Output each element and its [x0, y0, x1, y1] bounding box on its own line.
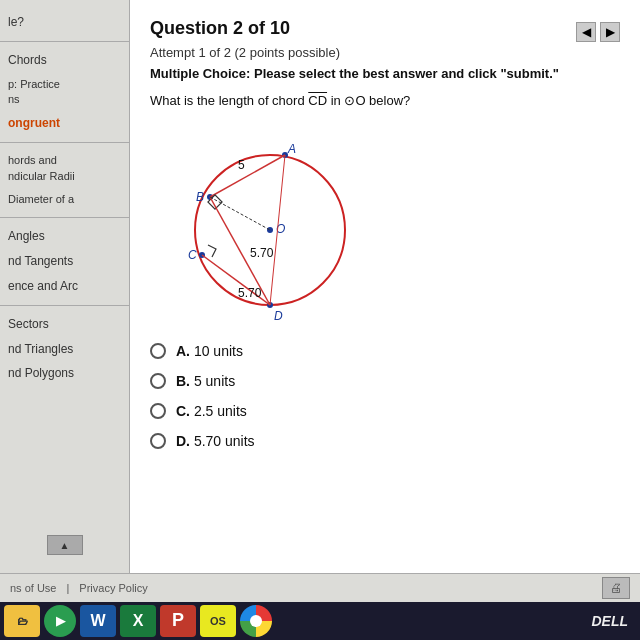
taskbar-media-button[interactable]: ▶ — [44, 605, 76, 637]
radio-b[interactable] — [150, 373, 166, 389]
svg-text:5.70: 5.70 — [238, 286, 262, 300]
svg-text:5.70: 5.70 — [250, 246, 274, 260]
svg-text:B: B — [196, 190, 204, 204]
scroll-up-button[interactable]: ▲ — [47, 535, 83, 555]
circle-diagram: O A B C D 5 5.70 — [160, 125, 380, 325]
svg-text:A: A — [287, 142, 296, 156]
sidebar-item-chords[interactable]: Chords — [0, 48, 129, 73]
sidebar-item-chords-radii[interactable]: hords andndicular Radii — [0, 149, 129, 188]
radio-d[interactable] — [150, 433, 166, 449]
terms-link[interactable]: ns of Use — [10, 582, 56, 594]
question-text: What is the length of chord CD in ⊙O bel… — [150, 91, 576, 111]
main-content: Question 2 of 10 Attempt 1 of 2 (2 point… — [130, 0, 640, 573]
sidebar-item-practice[interactable]: p: Practicens — [0, 73, 129, 112]
choice-d[interactable]: D. 5.70 units — [150, 433, 620, 449]
nav-forward-arrow[interactable]: ▶ — [600, 22, 620, 42]
sidebar-item-triangles[interactable]: nd Triangles — [0, 337, 129, 362]
svg-text:C: C — [188, 248, 197, 262]
sidebar-item-diameter[interactable]: Diameter of a — [0, 188, 129, 211]
taskbar-brand: DELL — [591, 613, 636, 629]
sidebar-item-congruent[interactable]: ongruent — [0, 111, 129, 136]
taskbar-chrome-button[interactable] — [240, 605, 272, 637]
sidebar-item-arc[interactable]: ence and Arc — [0, 274, 129, 299]
taskbar-excel-button[interactable]: X — [120, 605, 156, 637]
choice-c[interactable]: C. 2.5 units — [150, 403, 620, 419]
attempt-info: Attempt 1 of 2 (2 points possible) — [150, 45, 576, 60]
sidebar-item-angles[interactable]: Angles — [0, 224, 129, 249]
taskbar-ppt-button[interactable]: P — [160, 605, 196, 637]
choice-a[interactable]: A. 10 units — [150, 343, 620, 359]
privacy-link[interactable]: Privacy Policy — [79, 582, 147, 594]
taskbar-folder-button[interactable]: 🗁 — [4, 605, 40, 637]
nav-back-arrow[interactable]: ◀ — [576, 22, 596, 42]
sidebar-item-sectors[interactable]: Sectors — [0, 312, 129, 337]
taskbar-word-button[interactable]: W — [80, 605, 116, 637]
footer-bar: ns of Use | Privacy Policy 🖨 — [0, 573, 640, 602]
svg-text:5: 5 — [238, 158, 245, 172]
radio-a[interactable] — [150, 343, 166, 359]
answer-choices: A. 10 units B. 5 units C. 2.5 units D. 5… — [150, 343, 620, 449]
svg-text:D: D — [274, 309, 283, 323]
question-title: Question 2 of 10 — [150, 18, 576, 39]
sidebar-item-polygons[interactable]: nd Polygons — [0, 361, 129, 386]
print-button[interactable]: 🖨 — [602, 577, 630, 599]
taskbar: 🗁 ▶ W X P OS DELL — [0, 602, 640, 640]
svg-line-11 — [210, 155, 285, 197]
instruction: Multiple Choice: Please select the best … — [150, 66, 576, 81]
sidebar-item-tangents[interactable]: nd Tangents — [0, 249, 129, 274]
sidebar: le? Chords p: Practicens ongruent hords … — [0, 0, 130, 573]
taskbar-os-button[interactable]: OS — [200, 605, 236, 637]
choice-b[interactable]: B. 5 units — [150, 373, 620, 389]
sidebar-item-0[interactable]: le? — [0, 10, 129, 35]
radio-c[interactable] — [150, 403, 166, 419]
